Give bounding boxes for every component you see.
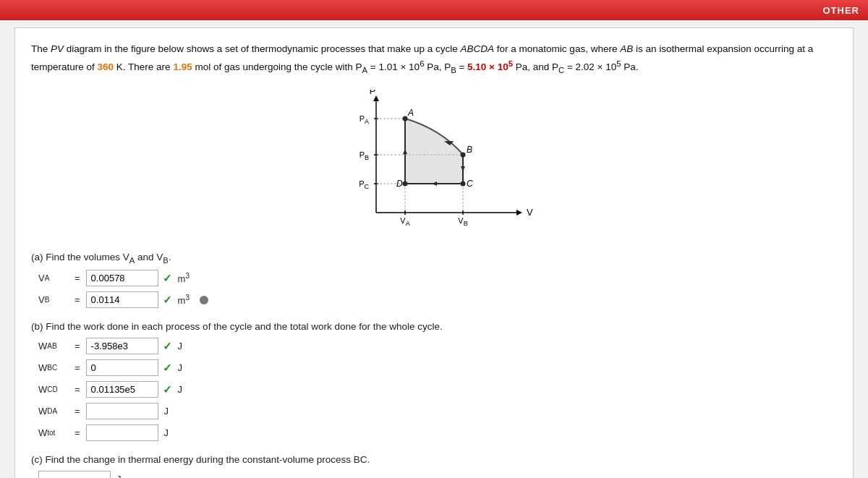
- part-c-label: (c) Find the change in thermal energy du…: [31, 454, 837, 465]
- wda-unit: J: [164, 406, 169, 417]
- wcd-eq: =: [75, 384, 80, 395]
- svg-text:PC: PC: [359, 179, 369, 190]
- pv-diagram: P V PA PB PC VA VB: [333, 90, 535, 234]
- wab-label: WAB: [38, 341, 70, 351]
- svg-marker-3: [516, 210, 522, 215]
- svg-marker-2: [373, 95, 379, 101]
- problem-text-1: The PV diagram in the figure below shows…: [31, 43, 813, 54]
- svg-point-26: [461, 152, 466, 157]
- svg-text:VB: VB: [458, 216, 467, 227]
- wbc-label: WBC: [38, 362, 70, 373]
- main-content: The PV diagram in the figure below shows…: [14, 27, 854, 478]
- part-a-label: (a) Find the volumes VA and VB.: [31, 252, 837, 265]
- svg-text:B: B: [467, 145, 472, 155]
- vb-dot: [200, 296, 208, 304]
- va-check: ✓: [163, 272, 172, 285]
- vb-check: ✓: [163, 294, 172, 307]
- wda-eq: =: [75, 406, 80, 417]
- svg-point-25: [403, 116, 408, 121]
- top-bar: OTHER: [0, 0, 868, 20]
- part-b-block: (b) Find the work done in each process o…: [31, 321, 837, 441]
- top-bar-label: OTHER: [823, 5, 860, 16]
- vb-unit: m3: [178, 294, 190, 306]
- problem-text-2: temperature of 360 K. There are 1.95 mol…: [31, 61, 639, 72]
- vb-input[interactable]: [86, 291, 158, 308]
- svg-text:V: V: [527, 207, 533, 218]
- wda-input[interactable]: [86, 403, 158, 419]
- wbc-check: ✓: [163, 362, 172, 375]
- pb-value: 5.10 × 105: [467, 61, 513, 72]
- wtot-label: Wtot: [38, 427, 70, 438]
- wbc-input[interactable]: [86, 359, 158, 376]
- wda-label: WDA: [38, 406, 70, 417]
- wda-row: WDA = J: [38, 403, 837, 419]
- svg-point-28: [403, 181, 408, 186]
- partc-input[interactable]: [38, 471, 111, 478]
- va-label: VA: [38, 273, 70, 283]
- va-row: VA = ✓ m3: [38, 270, 837, 286]
- wtot-input[interactable]: [86, 424, 158, 441]
- wab-eq: =: [75, 341, 80, 351]
- wtot-eq: =: [75, 427, 80, 438]
- wbc-unit: J: [178, 362, 183, 373]
- svg-text:PA: PA: [359, 114, 369, 125]
- svg-text:D: D: [396, 179, 403, 189]
- wbc-eq: =: [75, 362, 80, 373]
- vb-row: VB = ✓ m3: [38, 291, 837, 308]
- wbc-row: WBC = ✓ J: [38, 359, 837, 376]
- svg-text:P: P: [370, 90, 376, 96]
- va-input[interactable]: [86, 270, 158, 286]
- diagram-area: P V PA PB PC VA VB: [31, 90, 837, 234]
- part-b-label: (b) Find the work done in each process o…: [31, 321, 837, 332]
- problem-text: The PV diagram in the figure below shows…: [31, 41, 837, 77]
- wcd-input[interactable]: [86, 381, 158, 398]
- svg-text:VA: VA: [400, 216, 409, 227]
- vb-eq: =: [75, 294, 80, 305]
- vb-label: VB: [38, 294, 70, 305]
- wab-row: WAB = ✓ J: [38, 338, 837, 354]
- wab-check: ✓: [163, 340, 172, 353]
- part-c-block: (c) Find the change in thermal energy du…: [31, 454, 837, 478]
- wtot-unit: J: [164, 427, 169, 438]
- wtot-row: Wtot = J: [38, 424, 837, 441]
- svg-text:C: C: [467, 179, 473, 189]
- wcd-unit: J: [178, 384, 183, 395]
- wcd-label: WCD: [38, 384, 70, 395]
- temp-value: 360: [98, 61, 114, 72]
- part-a-block: (a) Find the volumes VA and VB. VA = ✓ m…: [31, 252, 837, 309]
- va-eq: =: [75, 273, 80, 283]
- svg-point-27: [461, 181, 466, 186]
- svg-text:A: A: [407, 108, 414, 118]
- wab-unit: J: [178, 341, 183, 351]
- wcd-row: WCD = ✓ J: [38, 381, 837, 398]
- svg-text:PB: PB: [359, 150, 369, 161]
- wab-input[interactable]: [86, 338, 158, 354]
- va-unit: m3: [178, 272, 190, 284]
- partc-answer-row: J: [38, 471, 837, 478]
- mol-value: 1.95: [173, 61, 192, 72]
- partc-unit: J: [116, 474, 122, 478]
- wcd-check: ✓: [163, 383, 172, 396]
